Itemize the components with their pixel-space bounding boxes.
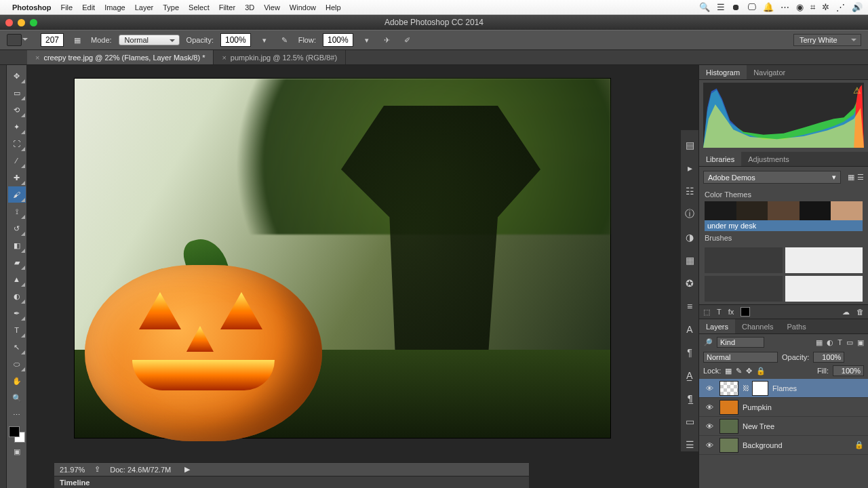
zoom-readout[interactable]: 21.97% bbox=[60, 466, 85, 474]
cc-icon[interactable]: ◉ bbox=[796, 2, 804, 12]
filter-pixel-icon[interactable]: ▦ bbox=[816, 338, 823, 347]
gradient-tool-icon[interactable]: ▰ bbox=[8, 254, 26, 270]
close-tab-icon[interactable]: × bbox=[222, 54, 226, 62]
hand-tool-icon[interactable]: ✋ bbox=[8, 373, 26, 389]
layer-row[interactable]: 👁 Background 🔒 bbox=[699, 436, 868, 455]
tab-paths[interactable]: Paths bbox=[781, 319, 813, 333]
color-panel-icon[interactable]: ◑ bbox=[683, 230, 696, 244]
lock-pixels-icon[interactable]: ✎ bbox=[736, 367, 742, 375]
app-menu[interactable]: Photoshop bbox=[12, 3, 51, 12]
canvas-area[interactable]: 21.97% ⇪ Doc: 24.6M/72.7M ▶ Timeline bbox=[27, 65, 698, 488]
layer-mask-thumbnail[interactable] bbox=[752, 381, 768, 396]
add-layerstyle-icon[interactable]: fx bbox=[728, 308, 734, 316]
layer-opacity-field[interactable]: 100% bbox=[813, 352, 844, 363]
lock-all-icon[interactable]: 🔒 bbox=[756, 367, 766, 375]
spotlight-icon[interactable]: 🔍 bbox=[699, 2, 710, 12]
volume-icon[interactable]: 🔊 bbox=[852, 2, 863, 12]
filter-shape-icon[interactable]: ▭ bbox=[846, 338, 853, 347]
history-panel-icon[interactable]: ▤ bbox=[683, 138, 696, 152]
pressure-size-icon[interactable]: ✐ bbox=[401, 34, 414, 46]
visibility-toggle-icon[interactable]: 👁 bbox=[703, 441, 715, 449]
library-select[interactable]: Adobe Demos▾ bbox=[703, 171, 841, 184]
brush-preset[interactable] bbox=[785, 247, 863, 273]
menu-file[interactable]: File bbox=[60, 3, 73, 12]
menu-select[interactable]: Select bbox=[189, 3, 210, 12]
wifi-icon[interactable]: ⋰ bbox=[836, 2, 845, 12]
blur-tool-icon[interactable]: ▲ bbox=[8, 271, 26, 287]
charstyles-panel-icon[interactable]: A̲ bbox=[683, 369, 696, 382]
adjust-panel-icon[interactable]: ≡ bbox=[683, 300, 696, 313]
pen-tool-icon[interactable]: ✒ bbox=[8, 305, 26, 321]
edit-toolbar-icon[interactable]: ⋯ bbox=[8, 407, 26, 423]
add-graphic-icon[interactable]: ⬚ bbox=[703, 308, 710, 317]
tab-channels[interactable]: Channels bbox=[735, 319, 780, 333]
timeline-panel-tab[interactable]: Timeline bbox=[54, 476, 529, 488]
brush-preset[interactable] bbox=[705, 276, 783, 302]
menu-type[interactable]: Type bbox=[163, 3, 179, 12]
filter-kind-select[interactable]: Kind bbox=[717, 337, 764, 348]
history-brush-tool-icon[interactable]: ↺ bbox=[8, 220, 26, 237]
layer-name[interactable]: Pumpkin bbox=[743, 403, 772, 411]
menu-filter[interactable]: Filter bbox=[219, 3, 235, 12]
layer-fill-field[interactable]: 100% bbox=[833, 365, 864, 376]
doc-size-readout[interactable]: Doc: 24.6M/72.7M bbox=[110, 466, 171, 474]
actions-panel-icon[interactable]: ▸ bbox=[683, 161, 696, 175]
layer-thumbnail[interactable] bbox=[719, 438, 738, 453]
close-tab-icon[interactable]: × bbox=[35, 54, 39, 62]
color-theme-name[interactable]: under my desk bbox=[705, 220, 863, 231]
type-tool-icon[interactable]: T bbox=[8, 322, 26, 338]
brush-tool-icon[interactable]: 🖌 bbox=[8, 186, 26, 203]
styles-panel-icon[interactable]: ✪ bbox=[683, 277, 696, 290]
lasso-tool-icon[interactable]: ⟲ bbox=[8, 102, 26, 118]
parastyles-panel-icon[interactable]: ¶̲ bbox=[683, 392, 696, 405]
brush-preset[interactable] bbox=[785, 276, 863, 302]
properties-panel-icon[interactable]: ☷ bbox=[683, 184, 696, 198]
layer-row[interactable]: 👁 New Tree bbox=[699, 417, 868, 436]
lock-transparent-icon[interactable]: ▦ bbox=[725, 367, 732, 375]
document-canvas[interactable] bbox=[75, 79, 610, 438]
extra-panel-icon[interactable]: ☰ bbox=[683, 438, 696, 451]
para-panel-icon[interactable]: ¶ bbox=[683, 346, 696, 359]
visibility-toggle-icon[interactable]: 👁 bbox=[703, 422, 715, 430]
opacity-dropdown-icon[interactable]: ▾ bbox=[258, 34, 271, 46]
brush-preset[interactable] bbox=[705, 247, 783, 273]
quick-select-tool-icon[interactable]: ✦ bbox=[8, 119, 26, 135]
flow-dropdown-icon[interactable]: ▾ bbox=[360, 34, 374, 46]
filter-kind-icon[interactable]: 🔎 bbox=[703, 338, 713, 347]
list-icon[interactable]: ☰ bbox=[717, 2, 725, 12]
layer-name[interactable]: Background bbox=[743, 441, 783, 449]
foreground-color-swatch[interactable] bbox=[9, 426, 20, 437]
airbrush-icon[interactable]: ✈ bbox=[380, 34, 394, 46]
filter-type-icon[interactable]: T bbox=[837, 338, 842, 347]
move-tool-icon[interactable]: ✥ bbox=[8, 68, 26, 84]
layer-row[interactable]: 👁 ⛓ Flames bbox=[699, 379, 868, 398]
add-text-icon[interactable]: T bbox=[717, 308, 722, 316]
layer-thumbnail[interactable] bbox=[719, 400, 738, 415]
shape-tool-icon[interactable]: ⬭ bbox=[8, 356, 26, 372]
char-panel-icon[interactable]: A bbox=[683, 323, 696, 336]
layer-thumbnail[interactable] bbox=[719, 419, 738, 434]
tab-histogram[interactable]: Histogram bbox=[699, 65, 747, 79]
filter-smart-icon[interactable]: ▣ bbox=[857, 338, 864, 347]
color-swatches[interactable] bbox=[9, 426, 25, 443]
flow-field[interactable]: 100% bbox=[323, 33, 353, 47]
layer-name[interactable]: New Tree bbox=[743, 422, 774, 430]
more-icon[interactable]: ⋯ bbox=[781, 2, 789, 12]
dodge-tool-icon[interactable]: ◐ bbox=[8, 288, 26, 304]
current-tool-preset[interactable] bbox=[7, 34, 22, 46]
brush-size-field[interactable]: 207 bbox=[41, 33, 64, 47]
bluetooth-icon[interactable]: ⌗ bbox=[810, 2, 815, 13]
tab-adjustments[interactable]: Adjustments bbox=[741, 152, 796, 166]
layer-thumbnail[interactable] bbox=[719, 381, 738, 396]
filter-adjust-icon[interactable]: ◐ bbox=[827, 338, 833, 347]
tab-navigator[interactable]: Navigator bbox=[747, 65, 792, 79]
screen-icon[interactable]: 🖵 bbox=[747, 2, 756, 12]
path-select-tool-icon[interactable]: ↖ bbox=[8, 339, 26, 355]
menu-view[interactable]: View bbox=[264, 3, 280, 12]
delete-icon[interactable]: 🗑 bbox=[856, 308, 864, 316]
menu-edit[interactable]: Edit bbox=[82, 3, 95, 12]
notifications-icon[interactable]: 🔔 bbox=[763, 2, 774, 12]
status-flyout-icon[interactable]: ▶ bbox=[184, 465, 190, 474]
layer-name[interactable]: Flames bbox=[772, 384, 797, 392]
panel-dock-left[interactable] bbox=[0, 65, 7, 488]
